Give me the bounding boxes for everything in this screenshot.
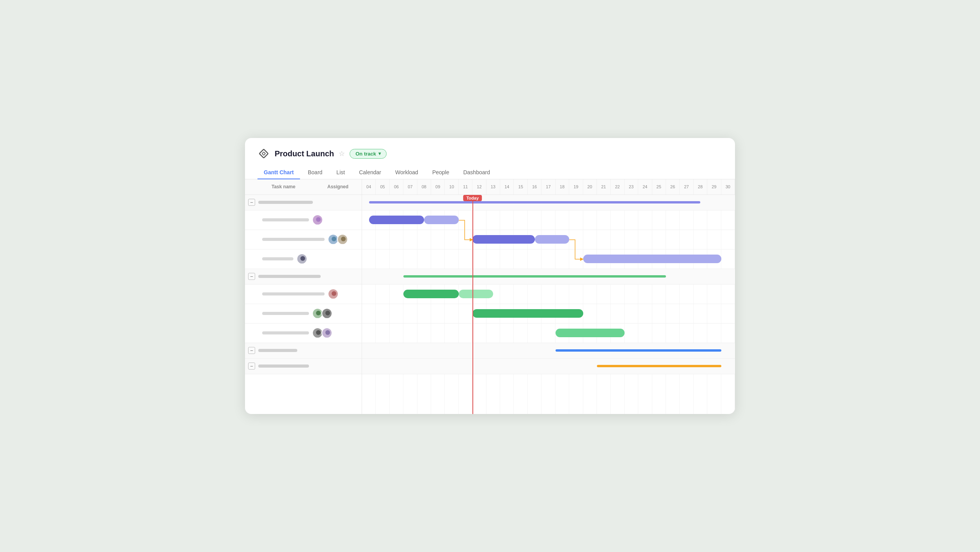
tab-board[interactable]: Board	[302, 166, 328, 179]
svg-point-3	[314, 223, 322, 225]
task-group-1: −	[245, 195, 362, 269]
gantt-row	[362, 304, 735, 324]
avatar	[312, 214, 323, 225]
expand-group-2[interactable]: −	[248, 273, 255, 280]
date-cell: 13	[486, 179, 500, 195]
gantt-row	[362, 324, 735, 343]
gantt-rows	[362, 195, 735, 414]
date-cell: 17	[541, 179, 555, 195]
date-cell: 14	[500, 179, 514, 195]
group-4-name-bar	[258, 364, 309, 368]
date-cell: 10	[445, 179, 458, 195]
gantt-header: 0405060708091011121314151617181920212223…	[362, 179, 735, 195]
chevron-down-icon: ▾	[378, 151, 381, 156]
svg-rect-0	[259, 149, 268, 158]
date-cell: 24	[638, 179, 652, 195]
date-cell: 07	[403, 179, 417, 195]
task-group-3: −	[245, 343, 362, 359]
gantt-bar[interactable]	[424, 216, 459, 224]
assigned-cell	[312, 214, 339, 225]
star-icon[interactable]: ☆	[339, 149, 345, 158]
svg-point-12	[316, 311, 321, 315]
expand-group-3[interactable]: −	[248, 347, 255, 354]
svg-point-5	[330, 242, 338, 245]
svg-point-4	[332, 237, 336, 241]
gantt-group-row	[362, 195, 735, 211]
tab-calendar[interactable]: Calendar	[353, 166, 387, 179]
date-cell: 08	[417, 179, 431, 195]
gantt-bar[interactable]	[369, 201, 701, 203]
gantt-bar[interactable]	[597, 365, 721, 367]
gantt-bar[interactable]	[403, 290, 459, 298]
svg-point-13	[314, 316, 322, 319]
avatar	[321, 308, 332, 319]
tab-gantt-chart[interactable]: Gantt Chart	[257, 166, 300, 179]
date-cell: 27	[680, 179, 693, 195]
svg-point-7	[339, 242, 347, 245]
date-cell: 06	[390, 179, 403, 195]
task-group-4: −	[245, 359, 362, 374]
task-row	[245, 304, 362, 324]
group-2-name-bar	[258, 275, 321, 278]
project-title: Product Launch	[275, 149, 334, 158]
avatar	[328, 288, 339, 299]
svg-point-2	[316, 217, 321, 222]
col-task-name: Task name	[272, 184, 327, 189]
expand-group-1[interactable]: −	[248, 199, 255, 206]
task-row	[245, 324, 362, 343]
group-1-header: −	[245, 195, 362, 211]
date-cell: 18	[556, 179, 569, 195]
gantt-bar[interactable]	[583, 255, 721, 263]
svg-point-9	[299, 262, 307, 264]
svg-point-18	[325, 330, 330, 335]
date-cell: 09	[431, 179, 445, 195]
svg-point-14	[325, 311, 330, 315]
gantt-row	[362, 230, 735, 249]
task-row	[245, 211, 362, 230]
task-name-bar	[262, 218, 309, 221]
date-cell: 28	[694, 179, 707, 195]
svg-point-15	[324, 316, 332, 319]
tab-list[interactable]: List	[330, 166, 351, 179]
gantt-bar[interactable]	[403, 275, 666, 278]
status-label: On track	[355, 151, 376, 157]
task-list-header: Task name Assigned	[245, 179, 362, 195]
date-cell: 12	[472, 179, 486, 195]
date-cell: 21	[597, 179, 611, 195]
gantt-bar[interactable]	[459, 290, 494, 298]
date-cell: 22	[611, 179, 624, 195]
gantt-bar[interactable]	[556, 349, 721, 352]
expand-group-4[interactable]: −	[248, 363, 255, 370]
avatar	[296, 253, 307, 264]
task-list: Task name Assigned −	[245, 179, 362, 414]
gantt-bar[interactable]	[472, 235, 534, 244]
gantt-body: Today	[362, 195, 735, 414]
assigned-cell	[312, 308, 339, 319]
date-cell: 16	[528, 179, 541, 195]
svg-point-17	[314, 336, 322, 338]
col-assigned: Assigned	[327, 184, 359, 189]
svg-point-10	[332, 291, 336, 296]
group-3-name-bar	[258, 349, 297, 352]
gantt-bar[interactable]	[535, 235, 570, 244]
tab-dashboard[interactable]: Dashboard	[457, 166, 496, 179]
date-cell: 20	[583, 179, 597, 195]
tab-workload[interactable]: Workload	[389, 166, 424, 179]
svg-point-19	[324, 336, 332, 338]
task-group-2: −	[245, 269, 362, 343]
gantt-bar[interactable]	[556, 329, 625, 337]
assigned-cell	[328, 234, 355, 245]
gantt-bar[interactable]	[369, 216, 424, 224]
today-label: Today	[463, 195, 482, 201]
nav-tabs: Gantt Chart Board List Calendar Workload…	[245, 166, 735, 179]
group-4-header: −	[245, 359, 362, 374]
tab-people[interactable]: People	[426, 166, 456, 179]
assigned-cell	[328, 288, 355, 299]
avatar	[321, 327, 332, 338]
group-2-header: −	[245, 269, 362, 285]
status-badge[interactable]: On track ▾	[350, 149, 387, 159]
gantt-bar[interactable]	[472, 309, 583, 318]
svg-point-6	[341, 237, 346, 241]
gantt-group-row	[362, 359, 735, 374]
date-cell: 30	[721, 179, 735, 195]
